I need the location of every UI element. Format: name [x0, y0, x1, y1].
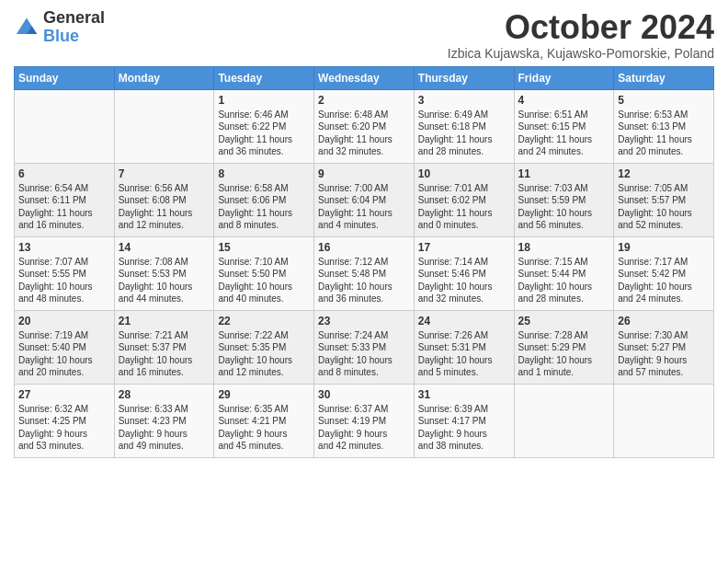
day-info: Sunrise: 7:17 AM Sunset: 5:42 PM Dayligh… [618, 256, 710, 305]
column-header-wednesday: Wednesday [314, 66, 415, 89]
calendar-day-28: 28Sunrise: 6:33 AM Sunset: 4:23 PM Dayli… [114, 384, 214, 457]
day-info: Sunrise: 7:19 AM Sunset: 5:40 PM Dayligh… [18, 329, 110, 379]
day-number: 16 [318, 241, 410, 254]
day-number: 17 [418, 241, 510, 254]
day-number: 6 [18, 167, 110, 180]
calendar-week-2: 6Sunrise: 6:54 AM Sunset: 6:11 PM Daylig… [15, 163, 714, 236]
calendar-day-15: 15Sunrise: 7:10 AM Sunset: 5:50 PM Dayli… [214, 236, 314, 310]
calendar-day-26: 26Sunrise: 7:30 AM Sunset: 5:27 PM Dayli… [614, 310, 714, 384]
day-number: 3 [418, 94, 510, 107]
day-info: Sunrise: 7:24 AM Sunset: 5:33 PM Dayligh… [318, 329, 410, 379]
empty-cell [514, 384, 614, 457]
day-number: 23 [318, 315, 410, 327]
empty-cell [15, 89, 115, 163]
calendar-day-9: 9Sunrise: 7:00 AM Sunset: 6:04 PM Daylig… [314, 163, 415, 236]
day-info: Sunrise: 6:51 AM Sunset: 6:15 PM Dayligh… [518, 109, 610, 158]
day-number: 24 [418, 315, 510, 327]
day-info: Sunrise: 6:53 AM Sunset: 6:13 PM Dayligh… [618, 109, 710, 158]
day-info: Sunrise: 6:46 AM Sunset: 6:22 PM Dayligh… [218, 109, 310, 158]
calendar-day-4: 4Sunrise: 6:51 AM Sunset: 6:15 PM Daylig… [514, 89, 614, 163]
calendar-table: SundayMondayTuesdayWednesdayThursdayFrid… [14, 66, 714, 458]
calendar-day-17: 17Sunrise: 7:14 AM Sunset: 5:46 PM Dayli… [414, 236, 514, 310]
empty-cell [614, 384, 714, 457]
day-info: Sunrise: 7:12 AM Sunset: 5:48 PM Dayligh… [318, 256, 410, 305]
calendar-week-1: 1Sunrise: 6:46 AM Sunset: 6:22 PM Daylig… [15, 89, 714, 163]
day-info: Sunrise: 7:28 AM Sunset: 5:29 PM Dayligh… [518, 329, 610, 379]
day-number: 10 [418, 167, 510, 180]
day-number: 13 [18, 241, 110, 254]
day-info: Sunrise: 7:26 AM Sunset: 5:31 PM Dayligh… [418, 329, 510, 379]
day-number: 26 [618, 315, 710, 327]
page-header: General Blue October 2024 Izbica Kujawsk… [14, 9, 714, 61]
day-info: Sunrise: 7:03 AM Sunset: 5:59 PM Dayligh… [518, 182, 610, 232]
day-info: Sunrise: 7:22 AM Sunset: 5:35 PM Dayligh… [218, 329, 310, 379]
calendar-week-4: 20Sunrise: 7:19 AM Sunset: 5:40 PM Dayli… [15, 310, 714, 384]
day-info: Sunrise: 6:33 AM Sunset: 4:23 PM Dayligh… [119, 403, 210, 453]
day-number: 30 [318, 388, 410, 401]
calendar-week-5: 27Sunrise: 6:32 AM Sunset: 4:25 PM Dayli… [15, 384, 714, 457]
logo: General Blue [14, 9, 105, 46]
column-header-saturday: Saturday [614, 66, 714, 89]
calendar-day-1: 1Sunrise: 6:46 AM Sunset: 6:22 PM Daylig… [214, 89, 314, 163]
day-number: 15 [218, 241, 310, 254]
month-title: October 2024 [448, 9, 714, 46]
column-header-tuesday: Tuesday [214, 66, 314, 89]
day-number: 1 [218, 94, 310, 107]
day-number: 4 [518, 94, 610, 107]
calendar-day-25: 25Sunrise: 7:28 AM Sunset: 5:29 PM Dayli… [514, 310, 614, 384]
day-info: Sunrise: 6:32 AM Sunset: 4:25 PM Dayligh… [18, 403, 110, 453]
day-number: 9 [318, 167, 410, 180]
day-number: 8 [218, 167, 310, 180]
day-info: Sunrise: 6:48 AM Sunset: 6:20 PM Dayligh… [318, 109, 410, 158]
day-info: Sunrise: 7:14 AM Sunset: 5:46 PM Dayligh… [418, 256, 510, 305]
day-info: Sunrise: 7:21 AM Sunset: 5:37 PM Dayligh… [119, 329, 210, 379]
calendar-day-11: 11Sunrise: 7:03 AM Sunset: 5:59 PM Dayli… [514, 163, 614, 236]
calendar-day-16: 16Sunrise: 7:12 AM Sunset: 5:48 PM Dayli… [314, 236, 415, 310]
calendar-day-14: 14Sunrise: 7:08 AM Sunset: 5:53 PM Dayli… [114, 236, 214, 310]
calendar-day-22: 22Sunrise: 7:22 AM Sunset: 5:35 PM Dayli… [214, 310, 314, 384]
logo-general-text: General [43, 9, 105, 28]
column-header-monday: Monday [114, 66, 214, 89]
calendar-day-24: 24Sunrise: 7:26 AM Sunset: 5:31 PM Dayli… [414, 310, 514, 384]
logo-icon [14, 15, 40, 40]
calendar-day-10: 10Sunrise: 7:01 AM Sunset: 6:02 PM Dayli… [414, 163, 514, 236]
calendar-day-21: 21Sunrise: 7:21 AM Sunset: 5:37 PM Dayli… [114, 310, 214, 384]
day-info: Sunrise: 6:54 AM Sunset: 6:11 PM Dayligh… [18, 182, 110, 232]
calendar-day-19: 19Sunrise: 7:17 AM Sunset: 5:42 PM Dayli… [614, 236, 714, 310]
title-area: October 2024 Izbica Kujawska, Kujawsko-P… [448, 9, 714, 61]
day-number: 12 [618, 167, 710, 180]
day-number: 22 [218, 315, 310, 327]
calendar-day-27: 27Sunrise: 6:32 AM Sunset: 4:25 PM Dayli… [15, 384, 115, 457]
column-header-sunday: Sunday [15, 66, 115, 89]
day-number: 5 [618, 94, 710, 107]
calendar-day-20: 20Sunrise: 7:19 AM Sunset: 5:40 PM Dayli… [15, 310, 115, 384]
calendar-day-31: 31Sunrise: 6:39 AM Sunset: 4:17 PM Dayli… [414, 384, 514, 457]
day-number: 7 [119, 167, 210, 180]
day-number: 19 [618, 241, 710, 254]
day-number: 29 [218, 388, 310, 401]
logo-blue-text: Blue [43, 28, 105, 46]
calendar-day-7: 7Sunrise: 6:56 AM Sunset: 6:08 PM Daylig… [114, 163, 214, 236]
day-number: 11 [518, 167, 610, 180]
day-info: Sunrise: 7:30 AM Sunset: 5:27 PM Dayligh… [618, 329, 710, 379]
calendar-day-5: 5Sunrise: 6:53 AM Sunset: 6:13 PM Daylig… [614, 89, 714, 163]
day-number: 18 [518, 241, 610, 254]
calendar-day-12: 12Sunrise: 7:05 AM Sunset: 5:57 PM Dayli… [614, 163, 714, 236]
day-number: 25 [518, 315, 610, 327]
calendar-body: 1Sunrise: 6:46 AM Sunset: 6:22 PM Daylig… [15, 89, 714, 457]
day-info: Sunrise: 7:10 AM Sunset: 5:50 PM Dayligh… [218, 256, 310, 305]
day-info: Sunrise: 7:07 AM Sunset: 5:55 PM Dayligh… [18, 256, 110, 305]
day-info: Sunrise: 6:39 AM Sunset: 4:17 PM Dayligh… [418, 403, 510, 453]
column-header-friday: Friday [514, 66, 614, 89]
calendar-day-23: 23Sunrise: 7:24 AM Sunset: 5:33 PM Dayli… [314, 310, 415, 384]
day-number: 14 [119, 241, 210, 254]
day-info: Sunrise: 7:15 AM Sunset: 5:44 PM Dayligh… [518, 256, 610, 305]
day-info: Sunrise: 7:01 AM Sunset: 6:02 PM Dayligh… [418, 182, 510, 232]
day-info: Sunrise: 7:08 AM Sunset: 5:53 PM Dayligh… [119, 256, 210, 305]
day-info: Sunrise: 6:35 AM Sunset: 4:21 PM Dayligh… [218, 403, 310, 453]
calendar-day-2: 2Sunrise: 6:48 AM Sunset: 6:20 PM Daylig… [314, 89, 415, 163]
day-info: Sunrise: 7:05 AM Sunset: 5:57 PM Dayligh… [618, 182, 710, 232]
calendar-day-18: 18Sunrise: 7:15 AM Sunset: 5:44 PM Dayli… [514, 236, 614, 310]
calendar-day-8: 8Sunrise: 6:58 AM Sunset: 6:06 PM Daylig… [214, 163, 314, 236]
day-number: 2 [318, 94, 410, 107]
